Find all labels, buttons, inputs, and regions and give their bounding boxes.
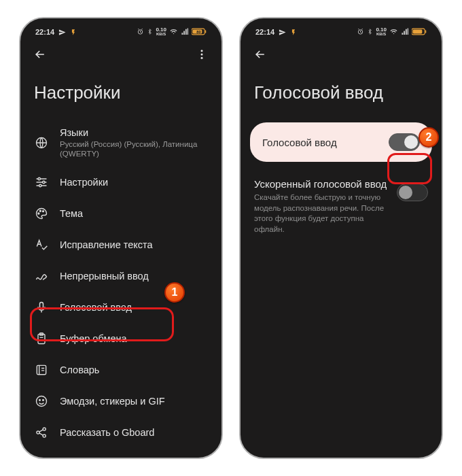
svg-point-10 bbox=[43, 181, 45, 183]
svg-point-9 bbox=[38, 177, 40, 180]
svg-point-13 bbox=[39, 210, 41, 211]
svg-point-7 bbox=[201, 57, 203, 59]
list-item-languages[interactable]: Языки Русский (Россия) (Русский), Латини… bbox=[29, 120, 213, 167]
back-button[interactable] bbox=[253, 47, 268, 62]
list-item-label: Исправление текста bbox=[60, 239, 208, 250]
svg-point-11 bbox=[39, 184, 41, 186]
list-item-voice-typing[interactable]: Голосовой ввод bbox=[29, 292, 213, 323]
svg-point-21 bbox=[43, 399, 44, 401]
overflow-menu-button[interactable] bbox=[194, 47, 209, 62]
bluetooth-icon bbox=[147, 28, 153, 35]
svg-rect-3 bbox=[205, 31, 206, 33]
status-time: 22:14 bbox=[255, 28, 274, 36]
status-netunit: KB/S bbox=[376, 33, 386, 36]
svg-rect-28 bbox=[425, 31, 426, 33]
back-button[interactable] bbox=[33, 47, 48, 62]
wifi-icon bbox=[389, 28, 398, 35]
signal-icon bbox=[181, 28, 189, 35]
list-item-label: Голосовой ввод bbox=[60, 302, 208, 313]
fast-voice-desc: Скачайте более быструю и точную модель р… bbox=[254, 192, 387, 235]
list-item-emoji[interactable]: Эмодзи, стикеры и GIF bbox=[29, 386, 213, 417]
status-time: 22:14 bbox=[35, 28, 54, 36]
list-item-label: Буфер обмена bbox=[60, 333, 208, 344]
list-item-label: Рассказать о Gboard bbox=[60, 427, 208, 438]
voice-typing-toggle-row[interactable]: Голосовой ввод bbox=[250, 122, 432, 162]
voice-typing-switch[interactable] bbox=[389, 133, 420, 151]
svg-point-14 bbox=[43, 210, 44, 211]
dictionary-icon bbox=[34, 362, 49, 377]
list-item-dictionary[interactable]: Словарь bbox=[29, 354, 213, 386]
svg-point-6 bbox=[201, 54, 203, 56]
list-item-theme[interactable]: Тема bbox=[29, 198, 213, 229]
share-icon bbox=[34, 425, 49, 440]
list-item-preferences[interactable]: Настройки bbox=[29, 167, 213, 198]
phone-left: 22:14 0.10 KB/S 80 bbox=[19, 17, 223, 459]
status-bar: 22:14 0.10 KB/S bbox=[249, 25, 433, 37]
list-item-label: Языки bbox=[60, 127, 208, 138]
bolt-icon bbox=[290, 29, 297, 36]
fast-voice-row[interactable]: Ускоренный голосовой ввод Скачайте более… bbox=[249, 174, 433, 241]
svg-rect-18 bbox=[37, 365, 46, 374]
palette-icon bbox=[34, 206, 49, 221]
gesture-icon bbox=[34, 269, 49, 284]
list-item-text-correction[interactable]: Исправление текста bbox=[29, 229, 213, 260]
alarm-icon bbox=[357, 28, 364, 35]
svg-point-12 bbox=[38, 213, 39, 214]
status-netunit: KB/S bbox=[156, 33, 166, 36]
list-item-label: Эмодзи, стикеры и GIF bbox=[60, 396, 208, 407]
send-icon bbox=[58, 29, 66, 36]
status-bar: 22:14 0.10 KB/S 80 bbox=[29, 25, 213, 37]
svg-point-5 bbox=[201, 50, 203, 52]
list-item-glide-typing[interactable]: Непрерывный ввод bbox=[29, 260, 213, 292]
list-item-sub: Русский (Россия) (Русский), Латиница (QW… bbox=[60, 139, 208, 159]
svg-point-20 bbox=[39, 399, 41, 401]
list-item-label: Настройки bbox=[60, 177, 208, 188]
list-item-label: Словарь bbox=[60, 364, 208, 375]
voice-typing-label: Голосовой ввод bbox=[262, 137, 337, 148]
svg-rect-15 bbox=[40, 302, 43, 308]
svg-rect-27 bbox=[412, 30, 422, 34]
list-item-label: Тема bbox=[60, 208, 208, 219]
page-title: Голосовой ввод bbox=[249, 69, 433, 120]
list-item-label: Непрерывный ввод bbox=[60, 271, 208, 282]
battery-icon: 80 bbox=[192, 28, 207, 35]
sliders-icon bbox=[34, 175, 49, 190]
send-icon bbox=[279, 29, 286, 36]
battery-icon bbox=[412, 28, 427, 35]
clipboard-icon bbox=[34, 331, 49, 346]
page-title: Настройки bbox=[29, 69, 213, 120]
signal-icon bbox=[401, 28, 409, 35]
bluetooth-icon bbox=[367, 28, 373, 35]
list-item-share[interactable]: Рассказать о Gboard bbox=[29, 417, 213, 448]
globe-icon bbox=[34, 135, 49, 150]
svg-text:80: 80 bbox=[196, 30, 201, 34]
list-item-clipboard[interactable]: Буфер обмена bbox=[29, 323, 213, 354]
svg-point-19 bbox=[37, 396, 47, 406]
alarm-icon bbox=[137, 28, 144, 35]
emoji-icon bbox=[34, 394, 49, 409]
spellcheck-icon bbox=[34, 237, 49, 252]
fast-voice-title: Ускоренный голосовой ввод bbox=[254, 178, 387, 190]
bolt-icon bbox=[70, 29, 77, 36]
wifi-icon bbox=[169, 28, 178, 35]
settings-list: Языки Русский (Россия) (Русский), Латини… bbox=[29, 120, 213, 448]
fast-voice-switch[interactable] bbox=[397, 184, 428, 201]
phone-right: 22:14 0.10 KB/S Голосовой в bbox=[239, 17, 443, 459]
mic-icon bbox=[34, 300, 49, 315]
